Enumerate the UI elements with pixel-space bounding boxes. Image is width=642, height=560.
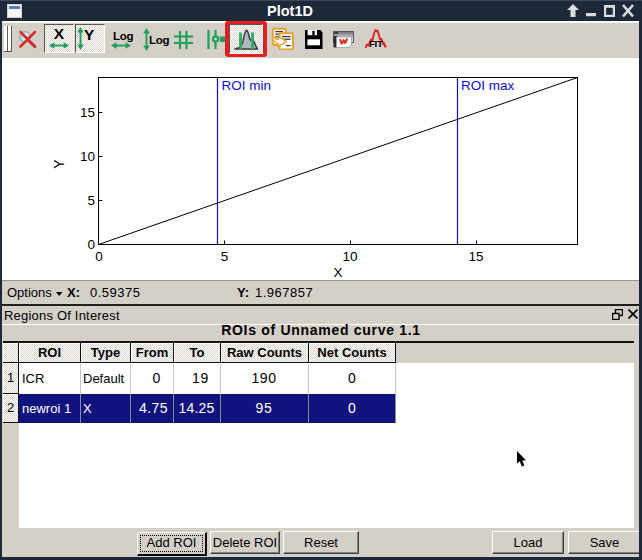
svg-text:5: 5 — [87, 193, 95, 208]
svg-text:0: 0 — [87, 237, 95, 252]
svg-text:10: 10 — [80, 149, 95, 164]
svg-text:10: 10 — [342, 249, 357, 264]
svg-text:X: X — [333, 265, 342, 280]
svg-text:Y: Y — [51, 159, 67, 169]
svg-text:5: 5 — [221, 249, 229, 264]
svg-text:15: 15 — [468, 249, 483, 264]
svg-text:0: 0 — [95, 249, 103, 264]
svg-text:ROI max: ROI max — [461, 78, 515, 93]
svg-text:15: 15 — [80, 105, 95, 120]
svg-text:FIT: FIT — [369, 38, 383, 49]
svg-text:ROI min: ROI min — [222, 78, 272, 93]
